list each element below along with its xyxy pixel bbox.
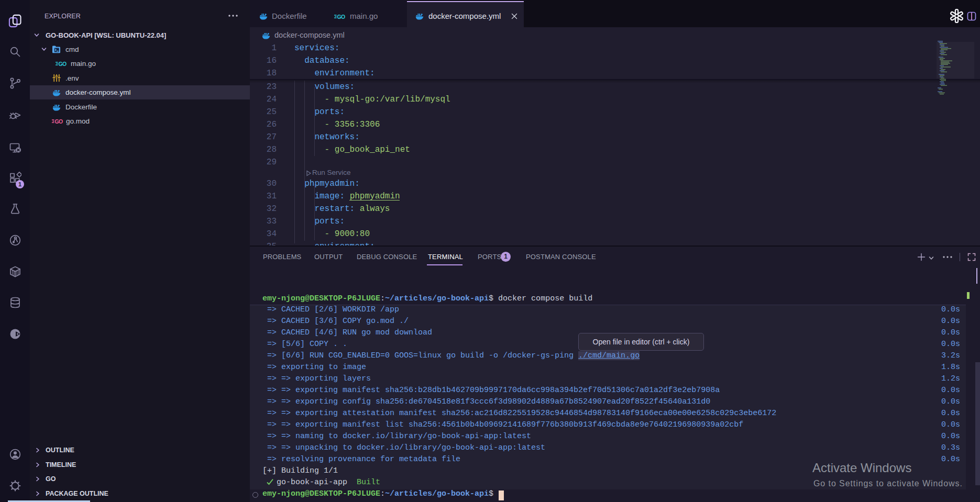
svg-text:GO: GO <box>55 118 63 125</box>
svg-text:GO: GO <box>337 14 346 20</box>
svg-text:GO: GO <box>59 61 67 67</box>
